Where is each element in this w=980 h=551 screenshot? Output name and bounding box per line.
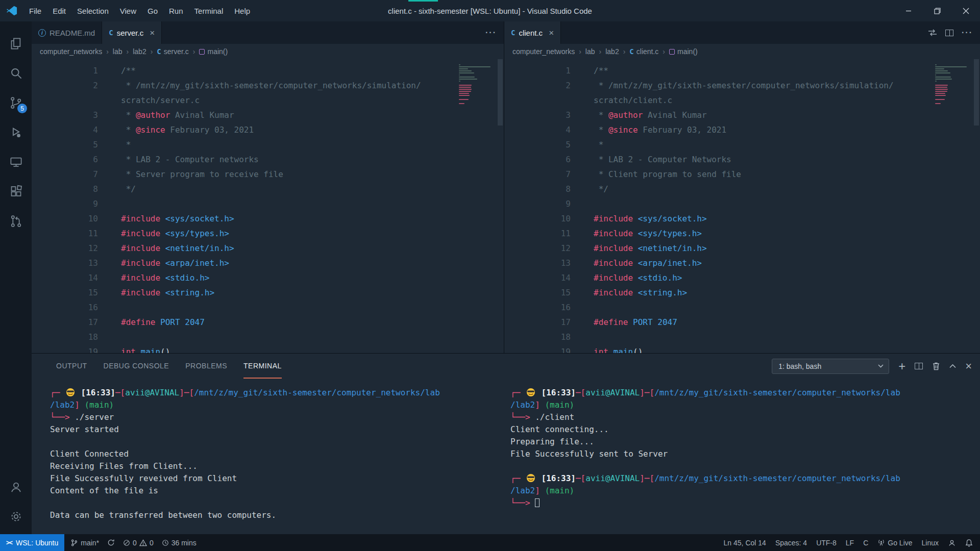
editor-scrollbar[interactable]	[974, 59, 979, 126]
code-line[interactable]: 3 * @author Avinal Kumar	[504, 108, 980, 122]
code-line[interactable]: 9	[504, 196, 980, 211]
status-c[interactable]: C	[863, 539, 868, 547]
code-line[interactable]: 10#include <sys/socket.h>	[32, 211, 504, 226]
editor-tab-client.c[interactable]: Cclient.c×	[504, 21, 561, 44]
close-tab-icon[interactable]: ×	[150, 29, 155, 37]
search-icon[interactable]	[0, 58, 32, 88]
code-line[interactable]: 16	[32, 300, 504, 315]
panel-tab-debug-console[interactable]: DEBUG CONSOLE	[104, 354, 169, 379]
status-go-live[interactable]: Go Live	[877, 539, 912, 547]
code-line[interactable]: 6 * LAB 2 - Computer Networks	[504, 152, 980, 167]
code-line[interactable]: 1/**	[32, 63, 504, 78]
editor-tab-readme.md[interactable]: iREADME.md	[32, 21, 102, 44]
editor-tab-server.c[interactable]: Cserver.c×	[102, 21, 162, 44]
run-debug-icon[interactable]	[0, 117, 32, 147]
code-line[interactable]: 16	[504, 300, 980, 315]
panel-tab-problems[interactable]: PROBLEMS	[185, 354, 227, 379]
explorer-icon[interactable]	[0, 29, 32, 58]
terminal-picker-dropdown[interactable]: 1: bash, bash	[772, 359, 889, 374]
code-line[interactable]: 6 * LAB 2 - Computer networks	[32, 152, 504, 167]
code-line[interactable]: 5 *	[32, 137, 504, 152]
sync-icon[interactable]	[107, 539, 115, 546]
menu-run[interactable]: Run	[163, 4, 189, 18]
code-line[interactable]: 7 * Server program to receive file	[32, 167, 504, 182]
terminal-right[interactable]: ┌─ [16:33]─[avii@AVINAL]─[/mnt/z/my_git/…	[504, 379, 980, 534]
breadcrumb-item[interactable]: lab	[113, 47, 122, 56]
code-line[interactable]: 14#include <stdio.h>	[504, 270, 980, 285]
code-line[interactable]: 15#include <string.h>	[504, 285, 980, 300]
breadcrumb-item[interactable]: lab2	[605, 47, 619, 56]
code-line[interactable]: 18	[504, 330, 980, 344]
remote-indicator[interactable]: >< WSL: Ubuntu	[0, 534, 64, 551]
menu-terminal[interactable]: Terminal	[189, 4, 229, 18]
code-line[interactable]: 19int main()	[504, 344, 980, 353]
code-line[interactable]: 14#include <stdio.h>	[32, 270, 504, 285]
breadcrumb-item[interactable]: computer_networks	[40, 47, 102, 56]
minimize-button[interactable]	[894, 0, 923, 21]
menu-edit[interactable]: Edit	[47, 4, 71, 18]
feedback-icon[interactable]	[948, 539, 956, 547]
code-editor-client[interactable]: 1/**2 * /mnt/z/my_git/sixth-semester/com…	[504, 59, 980, 353]
menu-go[interactable]: Go	[142, 4, 163, 18]
close-tab-icon[interactable]: ×	[549, 29, 554, 37]
remote-explorer-icon[interactable]	[0, 147, 32, 177]
git-branch-status[interactable]: main*	[70, 539, 99, 547]
code-line[interactable]: 13#include <arpa/inet.h>	[32, 256, 504, 270]
breadcrumb-item[interactable]: main()	[199, 47, 228, 56]
split-terminal-icon[interactable]	[915, 363, 923, 369]
status-lf[interactable]: LF	[846, 539, 854, 547]
code-line[interactable]: 4 * @since February 03, 2021	[504, 122, 980, 137]
code-line[interactable]: 7 * Client program to send file	[504, 167, 980, 182]
code-line[interactable]: 11#include <sys/types.h>	[504, 226, 980, 241]
status-spaces-4[interactable]: Spaces: 4	[775, 539, 807, 547]
restore-button[interactable]	[923, 0, 951, 21]
open-changes-icon[interactable]	[928, 29, 937, 37]
minimap[interactable]	[935, 64, 971, 105]
menu-selection[interactable]: Selection	[71, 4, 114, 18]
source-control-icon[interactable]: 5	[0, 88, 32, 117]
code-line[interactable]: 8 */	[32, 182, 504, 196]
editor-scrollbar[interactable]	[498, 59, 503, 126]
code-line[interactable]: 1/**	[504, 63, 980, 78]
close-window-button[interactable]	[951, 0, 980, 21]
code-line[interactable]: 17#define PORT 2047	[504, 315, 980, 330]
breadcrumb-item[interactable]: main()	[669, 47, 698, 56]
breadcrumb-item[interactable]: lab2	[133, 47, 146, 56]
code-line[interactable]: 2 * /mnt/z/my_git/sixth-semester/compute…	[504, 78, 980, 93]
maximize-panel-icon[interactable]	[949, 364, 956, 368]
code-line[interactable]: 15#include <string.h>	[32, 285, 504, 300]
notifications-bell-icon[interactable]	[965, 539, 973, 547]
code-editor-server[interactable]: 1/**2 * /mnt/z/my_git/sixth-semester/com…	[32, 59, 504, 353]
code-line[interactable]: 12#include <netinet/in.h>	[504, 241, 980, 256]
code-line[interactable]: 4 * @since February 03, 2021	[32, 122, 504, 137]
breadcrumb-item[interactable]: Cclient.c	[629, 47, 658, 56]
new-terminal-icon[interactable]: +	[898, 360, 905, 372]
code-line[interactable]: 10#include <sys/socket.h>	[504, 211, 980, 226]
code-line[interactable]: scratch/server.c	[32, 93, 504, 108]
more-actions-icon[interactable]: ···	[962, 28, 973, 37]
menu-help[interactable]: Help	[229, 4, 256, 18]
code-line[interactable]: 9	[32, 196, 504, 211]
code-line[interactable]: 13#include <arpa/inet.h>	[504, 256, 980, 270]
menu-file[interactable]: File	[23, 4, 47, 18]
code-line[interactable]: 5 *	[504, 137, 980, 152]
breadcrumb-item[interactable]: computer_networks	[512, 47, 575, 56]
breadcrumb-item[interactable]: Cserver.c	[157, 47, 188, 56]
code-line[interactable]: 12#include <netinet/in.h>	[32, 241, 504, 256]
code-line[interactable]: 8 */	[504, 182, 980, 196]
minimap[interactable]	[459, 64, 495, 105]
status-linux[interactable]: Linux	[922, 539, 939, 547]
timer-status[interactable]: 36 mins	[162, 539, 197, 547]
split-editor-icon[interactable]	[945, 30, 953, 36]
problems-status[interactable]: 0 0	[123, 539, 154, 547]
close-panel-icon[interactable]: ×	[965, 361, 972, 372]
code-line[interactable]: 18	[32, 330, 504, 344]
terminal-left[interactable]: ┌─ [16:33]─[avii@AVINAL]─[/mnt/z/my_git/…	[32, 379, 504, 534]
kill-terminal-icon[interactable]	[932, 362, 940, 370]
breadcrumb-item[interactable]: lab	[585, 47, 595, 56]
code-line[interactable]: 11#include <sys/types.h>	[32, 226, 504, 241]
panel-tab-output[interactable]: OUTPUT	[56, 354, 87, 379]
status-utf-8[interactable]: UTF-8	[816, 539, 837, 547]
settings-gear-icon[interactable]	[0, 502, 32, 531]
code-line[interactable]: scratch/client.c	[504, 93, 980, 108]
